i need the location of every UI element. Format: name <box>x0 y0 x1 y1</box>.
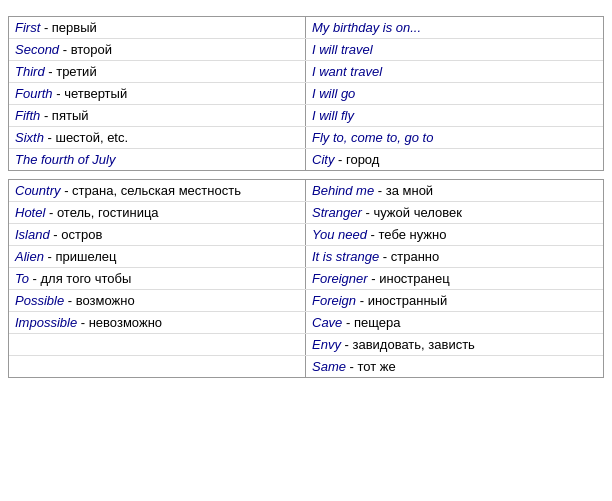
english-word: Hotel <box>15 205 45 220</box>
translation-text: - за мной <box>374 183 433 198</box>
translation-text: - возможно <box>64 293 134 308</box>
cell-left-8 <box>9 356 306 377</box>
english-phrase: I want travel <box>312 64 382 79</box>
table-row: The fourth of JulyCity - город <box>9 149 603 170</box>
cell-right-0: Behind me - за мной <box>306 180 603 201</box>
table-row: Envy - завидовать, зависть <box>9 334 603 356</box>
english-word: Foreign <box>312 293 356 308</box>
table-row: First - первыйMy birthday is on... <box>9 17 603 39</box>
table-row: Fifth - пятыйI will fly <box>9 105 603 127</box>
english-word: Alien <box>15 249 44 264</box>
translation-text: - третий <box>45 64 97 79</box>
cell-left-4: Fifth - пятый <box>9 105 306 126</box>
translation-text: - иностранный <box>356 293 447 308</box>
translation-text: - четвертый <box>53 86 128 101</box>
cell-left-0: First - первый <box>9 17 306 38</box>
cell-left-1: Hotel - отель, гостиница <box>9 202 306 223</box>
cell-right-6: City - город <box>306 149 603 170</box>
translation-text: - шестой, etc. <box>44 130 128 145</box>
english-word: Envy <box>312 337 341 352</box>
english-word: To <box>15 271 29 286</box>
english-phrase: My birthday is on... <box>312 20 421 35</box>
table-row: Same - тот же <box>9 356 603 377</box>
cell-left-3: Fourth - четвертый <box>9 83 306 104</box>
cell-right-2: You need - тебе нужно <box>306 224 603 245</box>
translation-text: - остров <box>50 227 103 242</box>
table-row: To - для того чтобыForeigner - иностране… <box>9 268 603 290</box>
translation-text: - пещера <box>342 315 400 330</box>
translation-text: - тебе нужно <box>367 227 447 242</box>
cell-left-6: Impossible - невозможно <box>9 312 306 333</box>
translation-text: - город <box>334 152 379 167</box>
cell-right-4: Foreigner - иностранец <box>306 268 603 289</box>
translation-text: - второй <box>59 42 112 57</box>
translation-text: - страна, сельская местность <box>61 183 241 198</box>
cell-right-5: Foreign - иностранный <box>306 290 603 311</box>
table-row: Alien - пришелецIt is strange - странно <box>9 246 603 268</box>
table-row: Second - второйI will travel <box>9 39 603 61</box>
cell-left-6: The fourth of July <box>9 149 306 170</box>
cell-right-3: I will go <box>306 83 603 104</box>
cell-right-6: Cave - пещера <box>306 312 603 333</box>
table-row: Third - третийI want travel <box>9 61 603 83</box>
translation-text: - пятый <box>40 108 88 123</box>
cell-right-7: Envy - завидовать, зависть <box>306 334 603 355</box>
translation-text: - завидовать, зависть <box>341 337 475 352</box>
cell-right-0: My birthday is on... <box>306 17 603 38</box>
cell-left-5: Possible - возможно <box>9 290 306 311</box>
translation-text: - для того чтобы <box>29 271 131 286</box>
cell-right-4: I will fly <box>306 105 603 126</box>
english-word: Fifth <box>15 108 40 123</box>
english-word: Fourth <box>15 86 53 101</box>
table-row: Possible - возможноForeign - иностранный <box>9 290 603 312</box>
translation-text: - невозможно <box>77 315 162 330</box>
translation-text: - чужой человек <box>362 205 462 220</box>
cell-left-1: Second - второй <box>9 39 306 60</box>
english-phrase: I will go <box>312 86 355 101</box>
cell-right-1: I will travel <box>306 39 603 60</box>
translation-text: - отель, гостиница <box>45 205 158 220</box>
cell-left-2: Third - третий <box>9 61 306 82</box>
cell-left-3: Alien - пришелец <box>9 246 306 267</box>
english-word: Stranger <box>312 205 362 220</box>
english-word: City <box>312 152 334 167</box>
english-word: You need <box>312 227 367 242</box>
english-word: Behind me <box>312 183 374 198</box>
cell-left-4: To - для того чтобы <box>9 268 306 289</box>
table-row: Impossible - невозможноCave - пещера <box>9 312 603 334</box>
english-phrase: I will travel <box>312 42 373 57</box>
translation-text: - пришелец <box>44 249 117 264</box>
english-word: Second <box>15 42 59 57</box>
cell-left-2: Island - остров <box>9 224 306 245</box>
english-word: Country <box>15 183 61 198</box>
table-row: Hotel - отель, гостиницаStranger - чужой… <box>9 202 603 224</box>
english-phrase: Fly to, come to, go to <box>312 130 433 145</box>
table-row: Country - страна, сельская местностьBehi… <box>9 180 603 202</box>
english-phrase: The fourth of July <box>15 152 115 167</box>
cell-right-8: Same - тот же <box>306 356 603 377</box>
table-row: Island - островYou need - тебе нужно <box>9 224 603 246</box>
english-phrase: I will fly <box>312 108 354 123</box>
english-word: Same <box>312 359 346 374</box>
english-word: Cave <box>312 315 342 330</box>
translation-text: - иностранец <box>368 271 450 286</box>
english-word: Island <box>15 227 50 242</box>
english-word: First <box>15 20 40 35</box>
english-word: It is strange <box>312 249 379 264</box>
table-row: Sixth - шестой, etc.Fly to, come to, go … <box>9 127 603 149</box>
cell-right-3: It is strange - странно <box>306 246 603 267</box>
cell-left-0: Country - страна, сельская местность <box>9 180 306 201</box>
english-word: Possible <box>15 293 64 308</box>
table-row: Fourth - четвертыйI will go <box>9 83 603 105</box>
cell-left-7 <box>9 334 306 355</box>
english-word: Impossible <box>15 315 77 330</box>
english-word: Foreigner <box>312 271 368 286</box>
translation-text: - первый <box>40 20 97 35</box>
section1-table: First - первыйMy birthday is on...Second… <box>8 16 604 171</box>
english-word: Third <box>15 64 45 79</box>
cell-right-2: I want travel <box>306 61 603 82</box>
translation-text: - тот же <box>346 359 396 374</box>
cell-left-5: Sixth - шестой, etc. <box>9 127 306 148</box>
translation-text: - странно <box>379 249 439 264</box>
cell-right-5: Fly to, come to, go to <box>306 127 603 148</box>
